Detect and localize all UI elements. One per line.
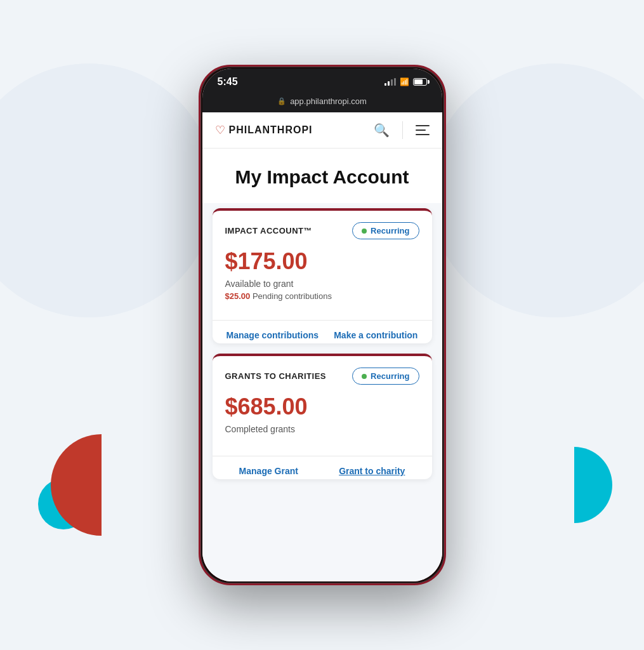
- nav-icons: 🔍: [374, 121, 430, 139]
- grants-recurring-badge[interactable]: Recurring: [352, 368, 419, 385]
- phone-frame: 5:45 📶 🔒 app.philanthropi.com ♡: [199, 65, 446, 585]
- search-icon[interactable]: 🔍: [374, 123, 390, 138]
- impact-account-recurring-label: Recurring: [371, 226, 409, 235]
- page-title-section: My Impact Account: [202, 149, 442, 203]
- cards-container: IMPACT ACCOUNT™ Recurring $175.00 Availa…: [202, 203, 442, 492]
- bg-red-half: [51, 434, 152, 536]
- logo: ♡ PHILANTHROPI: [215, 123, 313, 137]
- grant-to-charity-button[interactable]: Grant to charity: [339, 465, 405, 477]
- page-title: My Impact Account: [218, 166, 427, 188]
- grants-recurring-label: Recurring: [371, 371, 409, 381]
- battery-fill: [414, 79, 423, 84]
- impact-account-pending-label: Pending contributions: [253, 291, 332, 301]
- grants-card-inner: GRANTS TO CHARITIES Recurring $685.00 Co…: [213, 356, 432, 447]
- nav-divider: [402, 121, 403, 139]
- url-bar[interactable]: 🔒 app.philanthropi.com: [202, 93, 442, 112]
- grants-recurring-dot: [362, 374, 367, 379]
- grants-card-title: GRANTS TO CHARITIES: [225, 371, 327, 381]
- logo-heart-icon: ♡: [215, 123, 225, 137]
- status-time: 5:45: [218, 76, 238, 88]
- recurring-dot: [362, 229, 367, 234]
- grants-completed-label: Completed grants: [225, 424, 419, 434]
- grants-card-header: GRANTS TO CHARITIES Recurring: [225, 368, 419, 385]
- impact-account-card-header: IMPACT ACCOUNT™ Recurring: [225, 222, 419, 239]
- make-contribution-button[interactable]: Make a contribution: [334, 329, 417, 341]
- app-content: ♡ PHILANTHROPI 🔍 My Impact Account: [202, 112, 442, 581]
- impact-account-recurring-badge[interactable]: Recurring: [352, 222, 419, 239]
- nav-bar: ♡ PHILANTHROPI 🔍: [202, 112, 442, 149]
- status-icons: 📶: [384, 77, 427, 86]
- bg-right-arc: [428, 63, 644, 317]
- signal-icon: [384, 78, 396, 86]
- status-bar: 5:45 📶: [202, 69, 442, 93]
- manage-grant-button[interactable]: Manage Grant: [239, 465, 298, 477]
- lock-icon: 🔒: [277, 97, 286, 105]
- battery-icon: [413, 78, 427, 86]
- wifi-icon: 📶: [400, 77, 409, 86]
- phone-screen: 5:45 📶 🔒 app.philanthropi.com ♡: [202, 69, 442, 581]
- impact-account-card-inner: IMPACT ACCOUNT™ Recurring $175.00 Availa…: [213, 211, 432, 311]
- url-text: app.philanthropi.com: [290, 96, 367, 106]
- impact-account-amount: $175.00: [225, 248, 419, 275]
- bg-teal-arc: [536, 447, 612, 523]
- grants-actions: Manage Grant Grant to charity: [213, 456, 432, 479]
- menu-icon[interactable]: [416, 125, 430, 135]
- manage-contributions-button[interactable]: Manage contributions: [227, 329, 319, 341]
- impact-account-pending-amount: $25.00: [225, 291, 251, 301]
- grants-amount: $685.00: [225, 394, 419, 420]
- impact-account-card-title: IMPACT ACCOUNT™: [225, 226, 313, 235]
- impact-account-available-label: Available to grant: [225, 279, 419, 289]
- grants-card: GRANTS TO CHARITIES Recurring $685.00 Co…: [213, 354, 432, 479]
- impact-account-actions: Manage contributions Make a contribution: [213, 321, 432, 343]
- impact-account-card: IMPACT ACCOUNT™ Recurring $175.00 Availa…: [213, 208, 432, 343]
- impact-account-pending: $25.00 Pending contributions: [225, 291, 419, 301]
- logo-text: PHILANTHROPI: [229, 124, 313, 136]
- bg-left-arc: [0, 63, 216, 317]
